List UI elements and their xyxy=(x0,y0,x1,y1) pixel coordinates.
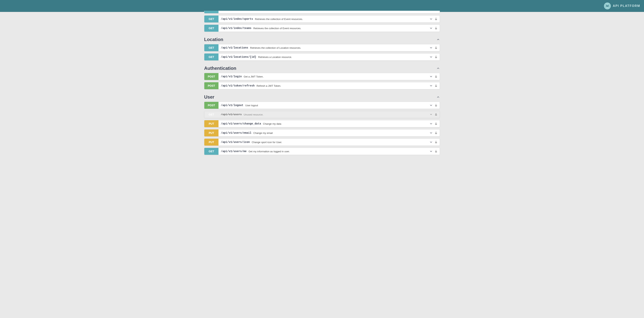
section-header[interactable]: Location xyxy=(204,34,440,44)
lock-icon[interactable] xyxy=(435,27,438,30)
svg-rect-4 xyxy=(606,6,609,7)
operation-controls xyxy=(429,129,440,136)
operation-row[interactable] xyxy=(204,11,440,14)
operation-description: Get a JWT Token. xyxy=(244,75,264,78)
operation-summary: /api/v1/index/sportsRetrieves the collec… xyxy=(218,16,429,23)
operation-summary: /api/v1/users/change_dataChange my data xyxy=(218,120,429,127)
svg-rect-14 xyxy=(435,57,437,58)
lock-icon[interactable] xyxy=(435,18,438,21)
chevron-up-icon[interactable] xyxy=(436,38,440,41)
lock-icon[interactable] xyxy=(435,46,438,49)
api-docs-container: GET/api/v1/index/sportsRetrieves the col… xyxy=(202,11,442,161)
operation-path: /api/v1/locations/{id} xyxy=(221,56,256,59)
operation-row[interactable]: GET/api/v1/locationsRetrieves the collec… xyxy=(204,44,440,51)
section-header[interactable]: User xyxy=(204,92,440,102)
operation-controls xyxy=(429,73,440,80)
http-method-badge: GET xyxy=(204,148,218,155)
operation-path: /api/v1/index/teams xyxy=(221,27,252,30)
section-title: Location xyxy=(204,37,223,42)
operation-description: Refresh a JWT Token. xyxy=(256,84,281,87)
chevron-down-icon[interactable] xyxy=(429,27,433,30)
operation-summary: /api/v1/users/emailChange my email xyxy=(218,129,429,136)
operation-path: /api/v1/token/refresh xyxy=(221,84,254,87)
operation-description: Change sport icon for User. xyxy=(252,141,282,144)
operation-controls xyxy=(429,139,440,146)
brand-logo[interactable]: API PLATFORM xyxy=(604,3,640,10)
operation-description: Retrieves the collection of Event resour… xyxy=(255,18,303,21)
section-title: User xyxy=(204,94,214,100)
http-method-badge: GET xyxy=(204,54,218,60)
chevron-up-icon[interactable] xyxy=(436,95,440,99)
chevron-down-icon[interactable] xyxy=(429,84,433,88)
section-title: Authentication xyxy=(204,66,236,71)
spider-icon xyxy=(604,3,611,10)
http-method-badge: POST xyxy=(204,82,218,89)
operation-row[interactable]: POST/api/v1/loginGet a JWT Token. xyxy=(204,73,440,80)
http-method-badge: PUT xyxy=(204,139,218,146)
svg-point-2 xyxy=(606,5,607,5)
operation-summary: /api/v1/loginGet a JWT Token. xyxy=(218,73,429,80)
section-header[interactable]: Authentication xyxy=(204,63,440,73)
svg-rect-11 xyxy=(435,19,437,20)
http-method-badge: POST xyxy=(204,102,218,109)
lock-icon[interactable] xyxy=(435,104,438,107)
svg-rect-13 xyxy=(435,48,437,49)
operation-path: /api/v1/locations xyxy=(221,46,248,49)
operation-path: /api/v1/users/me xyxy=(221,150,246,153)
operation-row[interactable]: GET/api/v1/index/teamsRetrieves the coll… xyxy=(204,25,440,32)
chevron-up-icon[interactable] xyxy=(436,67,440,70)
chevron-down-icon[interactable] xyxy=(429,122,433,125)
operation-description: Unused resource. xyxy=(244,113,263,116)
lock-icon[interactable] xyxy=(435,122,438,125)
operation-path: /api/v1/users/email xyxy=(221,131,252,134)
http-method-badge: GET xyxy=(204,44,218,51)
operation-row[interactable]: GET/api/v1/index/sportsRetrieves the col… xyxy=(204,15,440,23)
lock-icon[interactable] xyxy=(435,56,438,59)
lock-icon[interactable] xyxy=(435,84,438,87)
operation-path: /api/v1/index/sports xyxy=(221,18,253,21)
operation-row[interactable]: POST/api/v1/logoutUser logout xyxy=(204,102,440,109)
operation-controls xyxy=(429,16,440,23)
operation-controls xyxy=(429,54,440,60)
operation-description: Retrieves the collection of Location res… xyxy=(250,47,301,49)
operation-description: Change my email xyxy=(254,132,273,134)
operation-description: Retrieves a Location resource. xyxy=(258,56,292,59)
chevron-down-icon[interactable] xyxy=(429,75,433,78)
operation-path: /api/v1/users/change_data xyxy=(221,122,261,125)
operation-controls xyxy=(429,102,440,109)
operation-summary: /api/v1/usersUnused resource. xyxy=(218,111,429,118)
chevron-down-icon[interactable] xyxy=(429,55,433,59)
chevron-down-icon[interactable] xyxy=(429,17,433,21)
http-method-badge: GET xyxy=(204,25,218,32)
brand-text: API PLATFORM xyxy=(613,4,640,8)
lock-icon[interactable] xyxy=(435,75,438,78)
operation-row[interactable]: GET/api/v1/usersUnused resource. xyxy=(204,111,440,118)
app-header: API PLATFORM xyxy=(0,0,644,12)
lock-icon[interactable] xyxy=(435,141,438,144)
lock-icon[interactable] xyxy=(435,131,438,134)
operation-description: User logout xyxy=(245,104,258,107)
operation-row[interactable]: PUT/api/v1/users/emailChange my email xyxy=(204,129,440,137)
http-method-badge: PUT xyxy=(204,120,218,127)
operation-summary: /api/v1/index/teamsRetrieves the collect… xyxy=(218,25,429,32)
lock-icon[interactable] xyxy=(435,150,438,153)
operation-row[interactable]: PUT/api/v1/users/change_dataChange my da… xyxy=(204,120,440,127)
operation-row[interactable]: GET/api/v1/locations/{id}Retrieves a Loc… xyxy=(204,53,440,61)
svg-rect-18 xyxy=(435,114,437,116)
operation-description: Get my information as logged in user. xyxy=(248,150,290,153)
chevron-down-icon[interactable] xyxy=(429,131,433,135)
operation-row[interactable]: POST/api/v1/token/refreshRefresh a JWT T… xyxy=(204,82,440,89)
operation-summary: /api/v1/locationsRetrieves the collectio… xyxy=(218,44,429,51)
operation-row[interactable]: PUT/api/v1/users/iconChange sport icon f… xyxy=(204,138,440,146)
svg-line-7 xyxy=(605,7,606,8)
chevron-down-icon[interactable] xyxy=(429,150,433,153)
lock-icon[interactable] xyxy=(435,113,438,116)
chevron-down-icon[interactable] xyxy=(429,113,433,116)
operation-row[interactable]: GET/api/v1/users/meGet my information as… xyxy=(204,148,440,155)
chevron-down-icon[interactable] xyxy=(429,104,433,107)
chevron-down-icon[interactable] xyxy=(429,46,433,50)
operation-path: /api/v1/users/icon xyxy=(221,141,250,144)
svg-rect-19 xyxy=(435,124,437,125)
chevron-down-icon[interactable] xyxy=(429,140,433,144)
operation-description: Retrieves the collection of Event resour… xyxy=(254,27,301,30)
